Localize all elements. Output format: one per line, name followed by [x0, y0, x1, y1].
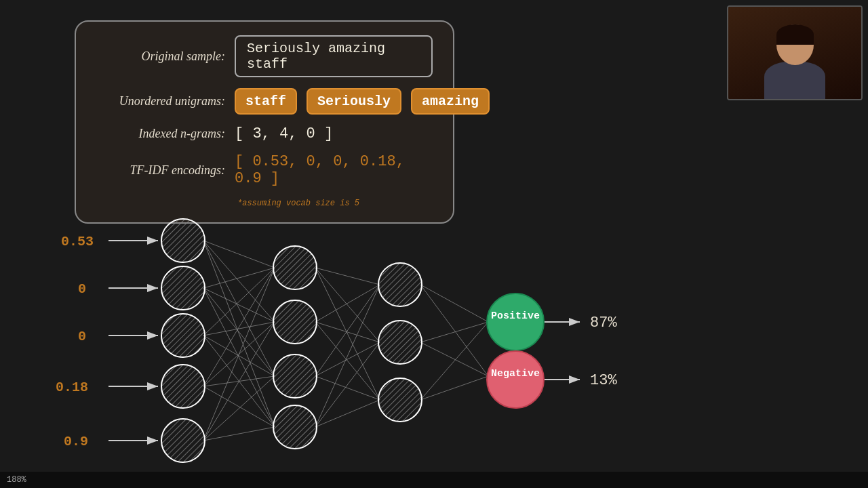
original-sample-value: Seriously amazing staff [235, 35, 433, 77]
svg-line-2 [203, 241, 275, 268]
token-staff: staff [235, 88, 297, 115]
unordered-unigrams-row: Unordered unigrams: staff Seriously amaz… [96, 88, 433, 115]
hidden-layer-2 [378, 263, 422, 422]
svg-line-19 [203, 322, 275, 441]
svg-line-34 [420, 285, 488, 322]
positive-node [487, 293, 544, 350]
input-value-5: 0.9 [64, 434, 88, 449]
negative-pct: 13% [590, 372, 617, 389]
neural-network-diagram: Positive Negative 87% 13% 0.53 0 0 0.18 … [54, 217, 637, 481]
person-head [776, 24, 814, 65]
person-hair [776, 24, 814, 45]
indexed-ngrams-row: Indexed n-grams: [ 3, 4, 0 ] [96, 125, 433, 142]
svg-line-22 [315, 268, 380, 285]
svg-point-48 [273, 405, 317, 449]
svg-line-38 [420, 342, 488, 376]
input-value-3: 0 [78, 329, 86, 344]
positive-label: Positive [491, 310, 540, 322]
svg-line-23 [315, 268, 380, 342]
svg-line-33 [315, 400, 380, 427]
person-silhouette [764, 18, 825, 99]
svg-point-47 [273, 354, 317, 398]
nn-svg: Positive Negative 87% 13% 0.53 0 0 0.18 … [54, 217, 637, 481]
token-amazing: amazing [411, 88, 490, 115]
unordered-unigrams-label: Unordered unigrams: [96, 94, 225, 108]
svg-point-50 [378, 321, 422, 364]
svg-point-43 [161, 365, 205, 408]
tfidf-label: TF-IDF encodings: [96, 163, 225, 178]
svg-point-46 [273, 300, 317, 344]
svg-line-26 [315, 322, 380, 342]
tfidf-inner: TF-IDF encodings: [ 0.53, 0, 0, 0.18, 0.… [96, 153, 433, 187]
svg-point-51 [378, 378, 422, 422]
svg-line-28 [315, 285, 380, 376]
svg-line-35 [420, 322, 488, 342]
positive-pct: 87% [590, 314, 617, 331]
svg-point-45 [273, 246, 317, 289]
original-sample-row: Original sample: Seriously amazing staff [96, 35, 433, 77]
tfidf-value: [ 0.53, 0, 0, 0.18, 0.9 ] [235, 153, 433, 187]
negative-label: Negative [491, 368, 540, 380]
input-value-4: 0.18 [56, 380, 88, 395]
tfidf-row: TF-IDF encodings: [ 0.53, 0, 0, 0.18, 0.… [96, 153, 433, 209]
person-body [764, 62, 825, 99]
layer1-2-connections [203, 241, 275, 441]
info-box: Original sample: Seriously amazing staff… [75, 20, 454, 224]
svg-point-44 [161, 419, 205, 462]
layer3-output-connections [420, 285, 488, 400]
status-bar: 188% [0, 472, 868, 488]
svg-line-3 [203, 241, 275, 322]
svg-line-31 [315, 285, 380, 427]
hidden-layer-1 [273, 246, 317, 449]
svg-line-14 [203, 268, 275, 386]
svg-line-5 [203, 241, 275, 427]
input-value-2: 0 [78, 281, 86, 297]
svg-line-25 [315, 285, 380, 322]
svg-line-18 [203, 268, 275, 441]
vocab-note: *assuming vocab size is 5 [237, 199, 359, 208]
svg-line-32 [315, 342, 380, 427]
layer2-3-connections [315, 268, 380, 427]
svg-line-29 [315, 342, 380, 376]
svg-point-49 [378, 263, 422, 306]
svg-point-42 [161, 314, 205, 357]
input-layer [161, 219, 205, 462]
zoom-level: 188% [7, 475, 26, 485]
svg-line-20 [203, 376, 275, 441]
video-inset [727, 5, 863, 100]
indexed-ngrams-label: Indexed n-grams: [96, 127, 225, 141]
indexed-ngrams-value: [ 3, 4, 0 ] [235, 125, 333, 142]
svg-line-37 [420, 285, 488, 376]
svg-point-41 [161, 266, 205, 310]
svg-point-40 [161, 219, 205, 262]
svg-line-21 [203, 427, 275, 441]
negative-node [487, 351, 544, 408]
original-sample-label: Original sample: [96, 49, 225, 64]
input-value-1: 0.53 [61, 234, 94, 249]
presenter-video [728, 7, 861, 99]
token-seriously: Seriously [307, 88, 401, 115]
